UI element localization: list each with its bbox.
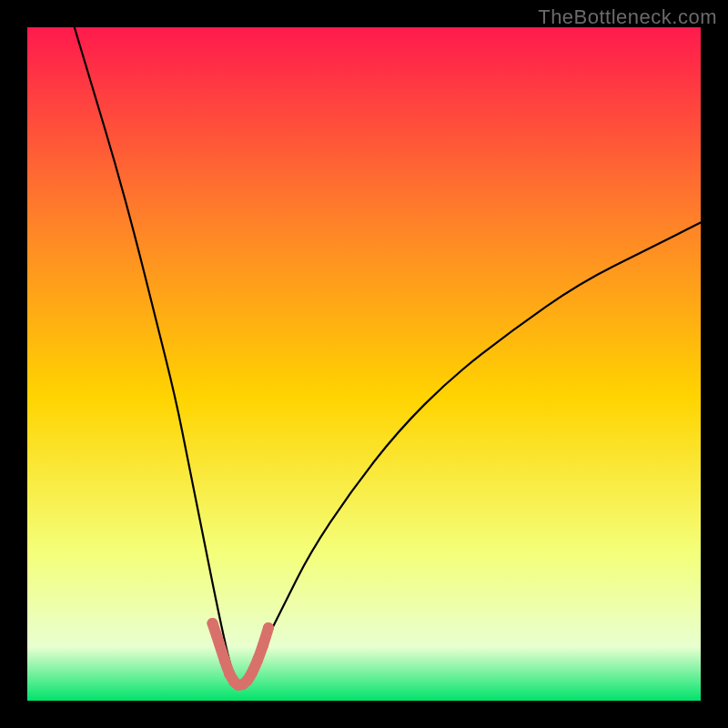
chart-frame: TheBottleneck.com [0,0,728,728]
chart-svg [27,27,701,701]
highlight-dot [247,667,258,678]
highlight-dot [263,622,274,633]
highlight-dot [214,638,225,649]
highlight-dot [219,655,230,666]
plot-area [27,27,701,701]
highlight-dot [252,655,263,666]
watermark-text: TheBottleneck.com [538,5,717,29]
highlight-dot [258,640,268,651]
highlight-dot [207,618,218,629]
gradient-background [27,27,701,701]
